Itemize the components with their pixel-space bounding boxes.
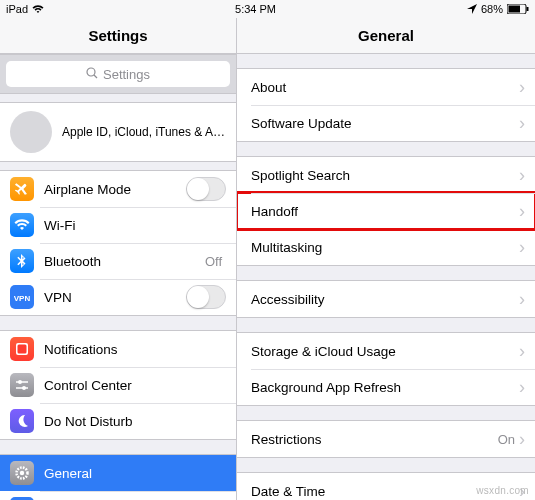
sidebar-item-display-brightness[interactable]: AADisplay & Brightness: [0, 491, 236, 500]
value-restrictions: On: [498, 432, 515, 447]
sidebar-item-do-not-disturb[interactable]: Do Not Disturb: [0, 403, 236, 439]
chevron-right-icon: ›: [519, 238, 525, 256]
sidebar-item-label: Notifications: [44, 342, 226, 357]
sidebar-item-general[interactable]: General: [0, 455, 236, 491]
sidebar-item-label: General: [44, 466, 226, 481]
controls-icon: [10, 373, 34, 397]
chevron-right-icon: ›: [519, 202, 525, 220]
vpn-icon: VPN: [10, 285, 34, 309]
row-multitasking[interactable]: Multitasking›: [237, 229, 535, 265]
gear-icon: [10, 461, 34, 485]
location-icon: [467, 4, 477, 14]
device-label: iPad: [6, 3, 28, 15]
toggle-vpn[interactable]: [186, 285, 226, 309]
sidebar-item-vpn[interactable]: VPNVPN: [0, 279, 236, 315]
svg-point-9: [22, 386, 26, 390]
svg-rect-7: [18, 345, 27, 354]
row-label: Software Update: [251, 116, 519, 131]
search-input[interactable]: Settings: [6, 61, 230, 87]
row-accessibility[interactable]: Accessibility›: [237, 281, 535, 317]
chevron-right-icon: ›: [519, 342, 525, 360]
svg-point-8: [18, 380, 22, 384]
row-about[interactable]: About›: [237, 69, 535, 105]
row-label: About: [251, 80, 519, 95]
chevron-right-icon: ›: [519, 430, 525, 448]
row-label: Restrictions: [251, 432, 498, 447]
moon-icon: [10, 409, 34, 433]
wifi-icon: [32, 4, 44, 14]
sidebar-item-wifi[interactable]: Wi-Fi: [0, 207, 236, 243]
row-spotlight-search[interactable]: Spotlight Search›: [237, 157, 535, 193]
sidebar-item-label: Control Center: [44, 378, 226, 393]
search-wrap: Settings: [0, 54, 236, 94]
sidebar-item-label: VPN: [44, 290, 186, 305]
row-label: Multitasking: [251, 240, 519, 255]
row-label: Spotlight Search: [251, 168, 519, 183]
sidebar-item-label: Do Not Disturb: [44, 414, 226, 429]
settings-sidebar: Settings Settings Apple ID, iCloud, iTun…: [0, 18, 237, 500]
svg-rect-2: [527, 7, 529, 11]
row-label: Accessibility: [251, 292, 519, 307]
chevron-right-icon: ›: [519, 166, 525, 184]
sidebar-title: Settings: [0, 18, 236, 54]
status-bar: iPad 5:34 PM 68%: [0, 0, 535, 18]
detail-pane: General About›Software Update›Spotlight …: [237, 18, 535, 500]
value-bluetooth: Off: [205, 254, 222, 269]
sidebar-item-bluetooth[interactable]: BluetoothOff: [0, 243, 236, 279]
battery-icon: [507, 4, 529, 14]
row-date-time[interactable]: Date & Time›: [237, 473, 535, 500]
bluetooth-icon: [10, 249, 34, 273]
sidebar-item-label: Bluetooth: [44, 254, 205, 269]
chevron-right-icon: ›: [519, 378, 525, 396]
chevron-right-icon: ›: [519, 78, 525, 96]
avatar: [10, 111, 52, 153]
row-label: Handoff: [251, 204, 519, 219]
svg-rect-1: [509, 6, 521, 13]
row-storage-icloud[interactable]: Storage & iCloud Usage›: [237, 333, 535, 369]
row-background-refresh[interactable]: Background App Refresh›: [237, 369, 535, 405]
chevron-right-icon: ›: [519, 290, 525, 308]
wifi-icon: [10, 213, 34, 237]
sidebar-item-label: Airplane Mode: [44, 182, 186, 197]
battery-pct: 68%: [481, 3, 503, 15]
row-software-update[interactable]: Software Update›: [237, 105, 535, 141]
sidebar-item-control-center[interactable]: Control Center: [0, 367, 236, 403]
toggle-airplane-mode[interactable]: [186, 177, 226, 201]
svg-point-11: [20, 471, 24, 475]
detail-title: General: [237, 18, 535, 54]
row-label: Background App Refresh: [251, 380, 519, 395]
apple-id-row[interactable]: Apple ID, iCloud, iTunes & App St...: [0, 103, 236, 161]
sidebar-item-notifications[interactable]: Notifications: [0, 331, 236, 367]
notif-icon: [10, 337, 34, 361]
search-icon: [86, 67, 98, 82]
row-restrictions[interactable]: RestrictionsOn›: [237, 421, 535, 457]
row-label: Storage & iCloud Usage: [251, 344, 519, 359]
chevron-right-icon: ›: [519, 482, 525, 500]
row-label: Date & Time: [251, 484, 519, 499]
svg-text:VPN: VPN: [14, 294, 30, 303]
chevron-right-icon: ›: [519, 114, 525, 132]
apple-id-label: Apple ID, iCloud, iTunes & App St...: [62, 125, 226, 139]
clock: 5:34 PM: [235, 3, 276, 15]
sidebar-item-label: Wi-Fi: [44, 218, 222, 233]
row-handoff[interactable]: Handoff›: [237, 193, 535, 229]
svg-line-4: [94, 75, 97, 78]
plane-icon: [10, 177, 34, 201]
svg-point-3: [87, 68, 95, 76]
search-placeholder: Settings: [103, 67, 150, 82]
sidebar-item-airplane-mode[interactable]: Airplane Mode: [0, 171, 236, 207]
